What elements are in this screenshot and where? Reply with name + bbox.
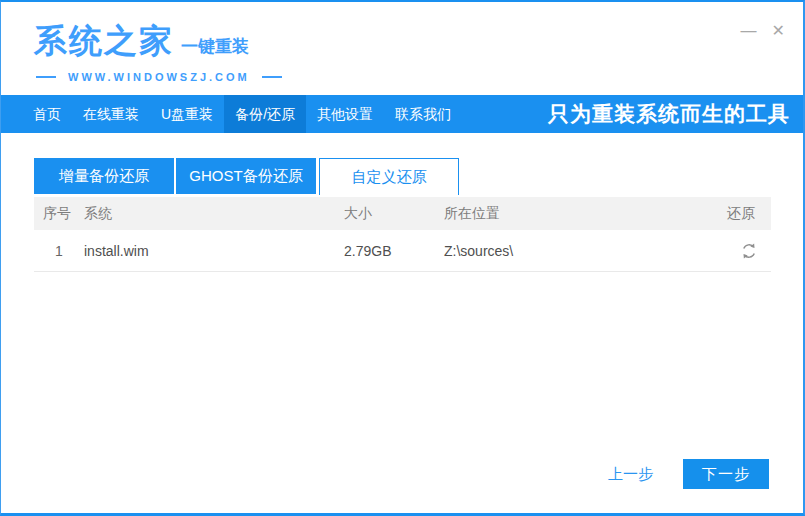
website-url: WWW.WINDOWSZJ.COM [68,71,250,83]
refresh-icon[interactable] [740,242,758,260]
main-navbar: 首页 在线重装 U盘重装 备份/还原 其他设置 联系我们 只为重装系统而生的工具 [1,95,803,133]
app-window: 系统之家 一键重装 WWW.WINDOWSZJ.COM — ✕ 首页 在线重装 … [0,0,805,516]
nav-item-other-settings[interactable]: 其他设置 [306,95,384,133]
minimize-button[interactable]: — [741,22,757,40]
nav-item-contact-us[interactable]: 联系我们 [384,95,462,133]
table-header: 序号 系统 大小 所在位置 还原 [34,197,771,230]
window-controls: — ✕ [741,22,785,40]
image-file-table: 序号 系统 大小 所在位置 还原 1 install.wim 2.79GB Z:… [34,197,771,272]
column-header-location: 所在位置 [444,205,714,223]
column-header-system: 系统 [84,205,344,223]
tab-incremental-backup-restore[interactable]: 增量备份还原 [34,158,174,194]
row-system-name: install.wim [84,243,344,259]
wizard-footer: 上一步 下一步 [608,459,769,489]
nav-item-backup-restore[interactable]: 备份/还原 [224,95,306,133]
close-button[interactable]: ✕ [772,22,785,40]
nav-item-home[interactable]: 首页 [22,95,72,133]
row-index: 1 [34,243,84,259]
column-header-size: 大小 [344,205,444,223]
nav-item-usb-reinstall[interactable]: U盘重装 [150,95,224,133]
tab-custom-restore[interactable]: 自定义还原 [319,158,459,195]
column-header-restore: 还原 [714,205,771,223]
row-size: 2.79GB [344,243,444,259]
website-row: WWW.WINDOWSZJ.COM [36,71,282,83]
logo: 系统之家 一键重装 WWW.WINDOWSZJ.COM [34,19,282,83]
titlebar: 系统之家 一键重装 WWW.WINDOWSZJ.COM — ✕ [1,2,803,95]
restore-tabs: 增量备份还原 GHOST备份还原 自定义还原 [34,158,459,195]
dash-decoration [262,76,282,78]
logo-text: 系统之家 [34,19,174,64]
previous-step-button[interactable]: 上一步 [608,465,653,484]
slogan-text: 只为重装系统而生的工具 [548,95,803,133]
nav-item-online-reinstall[interactable]: 在线重装 [72,95,150,133]
column-header-index: 序号 [34,205,84,223]
dash-decoration [36,76,56,78]
next-step-button[interactable]: 下一步 [683,459,769,489]
row-location: Z:\sources\ [444,243,714,259]
table-row: 1 install.wim 2.79GB Z:\sources\ [34,230,771,272]
logo-subtitle: 一键重装 [181,35,249,58]
tab-ghost-backup-restore[interactable]: GHOST备份还原 [176,158,316,194]
